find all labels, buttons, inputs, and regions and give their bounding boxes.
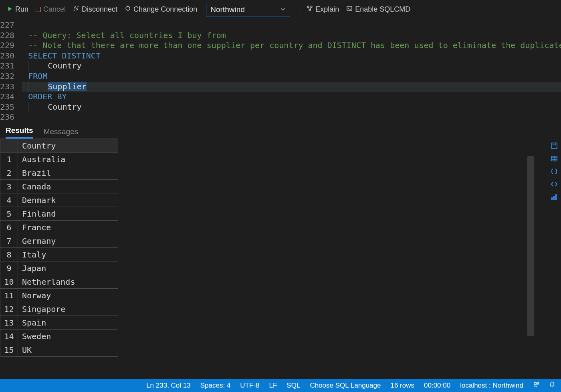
save-csv-icon[interactable] bbox=[550, 142, 558, 150]
svg-rect-9 bbox=[553, 196, 555, 200]
notifications-icon[interactable] bbox=[549, 381, 555, 390]
table-row[interactable]: 1Australia bbox=[0, 153, 118, 166]
table-row[interactable]: 6France bbox=[0, 221, 118, 234]
table-row[interactable]: 7Germany bbox=[0, 234, 118, 248]
svg-point-4 bbox=[309, 9, 311, 11]
data-cell[interactable]: Australia bbox=[18, 153, 118, 166]
data-cell[interactable]: Finland bbox=[18, 207, 118, 221]
data-cell[interactable]: Brazil bbox=[18, 166, 118, 180]
data-cell[interactable]: Japan bbox=[18, 261, 118, 275]
row-number-cell[interactable]: 7 bbox=[0, 234, 18, 248]
database-select[interactable]: Northwind bbox=[206, 3, 290, 16]
feedback-icon[interactable] bbox=[533, 381, 539, 390]
row-number-header[interactable] bbox=[0, 139, 18, 153]
table-row[interactable]: 9Japan bbox=[0, 261, 118, 275]
svg-rect-8 bbox=[551, 197, 553, 200]
table-row[interactable]: 10Netherlands bbox=[0, 275, 118, 289]
results-action-bar bbox=[547, 139, 561, 379]
row-number-cell[interactable]: 5 bbox=[0, 207, 18, 221]
save-xml-icon[interactable] bbox=[550, 180, 558, 188]
data-cell[interactable]: UK bbox=[18, 343, 118, 357]
code-line[interactable]: FROM bbox=[22, 71, 561, 82]
code-line[interactable] bbox=[22, 20, 561, 30]
table-row[interactable]: 4Denmark bbox=[0, 193, 118, 207]
status-language-action[interactable]: Choose SQL Language bbox=[310, 382, 381, 390]
row-number-cell[interactable]: 9 bbox=[0, 261, 18, 275]
code-line[interactable]: ORDER BY bbox=[22, 92, 561, 102]
row-number-cell[interactable]: 13 bbox=[0, 316, 18, 330]
table-row[interactable]: 2Brazil bbox=[0, 166, 118, 180]
column-header[interactable]: Country bbox=[18, 139, 118, 153]
sqlcmd-icon bbox=[346, 5, 353, 14]
code-line[interactable]: Country bbox=[22, 102, 561, 113]
status-rows[interactable]: 16 rows bbox=[390, 382, 414, 390]
status-eol[interactable]: LF bbox=[269, 382, 277, 390]
data-cell[interactable]: Norway bbox=[18, 289, 118, 302]
explain-label: Explain bbox=[315, 5, 339, 14]
data-cell[interactable]: Spain bbox=[18, 316, 118, 330]
row-number-cell[interactable]: 4 bbox=[0, 193, 18, 207]
data-cell[interactable]: Canada bbox=[18, 180, 118, 193]
results-scrollbar[interactable] bbox=[527, 156, 534, 336]
data-cell[interactable]: Netherlands bbox=[18, 275, 118, 289]
code-line[interactable]: SELECT DISTINCT bbox=[22, 51, 561, 61]
code-line[interactable]: -- Query: Select all countries I buy fro… bbox=[22, 30, 561, 41]
code-line[interactable] bbox=[22, 112, 561, 123]
table-row[interactable]: 3Canada bbox=[0, 180, 118, 193]
row-number-cell[interactable]: 14 bbox=[0, 330, 18, 343]
row-number-cell[interactable]: 1 bbox=[0, 153, 18, 166]
table-row[interactable]: 14Sweden bbox=[0, 330, 118, 343]
tab-messages[interactable]: Messages bbox=[44, 127, 79, 139]
data-cell[interactable]: France bbox=[18, 221, 118, 234]
disconnect-button[interactable]: Disconnect bbox=[73, 5, 117, 14]
cancel-button[interactable]: Cancel bbox=[36, 5, 66, 14]
code-area[interactable]: -- Query: Select all countries I buy fro… bbox=[22, 19, 561, 123]
code-line[interactable]: Supplier bbox=[22, 82, 561, 92]
status-connection[interactable]: localhost : Northwind bbox=[460, 382, 523, 390]
table-row[interactable]: 12Singapore bbox=[0, 302, 118, 316]
line-number: 232 bbox=[0, 71, 22, 82]
table-row[interactable]: 15UK bbox=[0, 343, 118, 357]
chart-icon[interactable] bbox=[550, 193, 558, 201]
table-row[interactable]: 11Norway bbox=[0, 289, 118, 302]
line-number: 236 bbox=[0, 112, 22, 123]
code-line[interactable]: -- Note that there are more than one sup… bbox=[22, 40, 561, 51]
row-number-cell[interactable]: 6 bbox=[0, 221, 18, 234]
sql-editor[interactable]: 227228229230231232233234235236 -- Query:… bbox=[0, 19, 561, 123]
enable-sqlcmd-button[interactable]: Enable SQLCMD bbox=[346, 5, 410, 14]
row-number-cell[interactable]: 8 bbox=[0, 248, 18, 261]
save-json-icon[interactable] bbox=[550, 167, 558, 175]
data-cell[interactable]: Singapore bbox=[18, 302, 118, 316]
table-row[interactable]: 5Finland bbox=[0, 207, 118, 221]
status-time[interactable]: 00:00:00 bbox=[424, 382, 450, 390]
indent-guide bbox=[28, 102, 33, 113]
line-number: 227 bbox=[0, 20, 22, 30]
data-cell[interactable]: Germany bbox=[18, 234, 118, 248]
data-cell[interactable]: Italy bbox=[18, 248, 118, 261]
data-cell[interactable]: Sweden bbox=[18, 330, 118, 343]
indent-guide bbox=[28, 61, 33, 71]
cancel-label: Cancel bbox=[43, 5, 66, 14]
run-button[interactable]: Run bbox=[7, 5, 28, 14]
data-cell[interactable]: Denmark bbox=[18, 193, 118, 207]
row-number-cell[interactable]: 10 bbox=[0, 275, 18, 289]
status-language[interactable]: SQL bbox=[287, 382, 300, 390]
row-number-cell[interactable]: 11 bbox=[0, 289, 18, 302]
row-number-cell[interactable]: 12 bbox=[0, 302, 18, 316]
status-ln-col[interactable]: Ln 233, Col 13 bbox=[146, 382, 191, 390]
results-grid[interactable]: Country1Australia2Brazil3Canada4Denmark5… bbox=[0, 139, 118, 379]
explain-button[interactable]: Explain bbox=[307, 5, 339, 14]
status-encoding[interactable]: UTF-8 bbox=[240, 382, 259, 390]
row-number-cell[interactable]: 2 bbox=[0, 166, 18, 180]
toolbar-separator bbox=[299, 5, 299, 14]
change-connection-button[interactable]: Change Connection bbox=[125, 5, 197, 14]
row-number-cell[interactable]: 15 bbox=[0, 343, 18, 357]
status-spaces[interactable]: Spaces: 4 bbox=[200, 382, 231, 390]
results-panel: Results Messages Country1Australia2Brazi… bbox=[0, 123, 561, 379]
table-row[interactable]: 13Spain bbox=[0, 316, 118, 330]
table-row[interactable]: 8Italy bbox=[0, 248, 118, 261]
code-line[interactable]: Country bbox=[22, 61, 561, 71]
row-number-cell[interactable]: 3 bbox=[0, 180, 18, 193]
save-excel-icon[interactable] bbox=[550, 155, 558, 163]
tab-results[interactable]: Results bbox=[6, 126, 33, 139]
